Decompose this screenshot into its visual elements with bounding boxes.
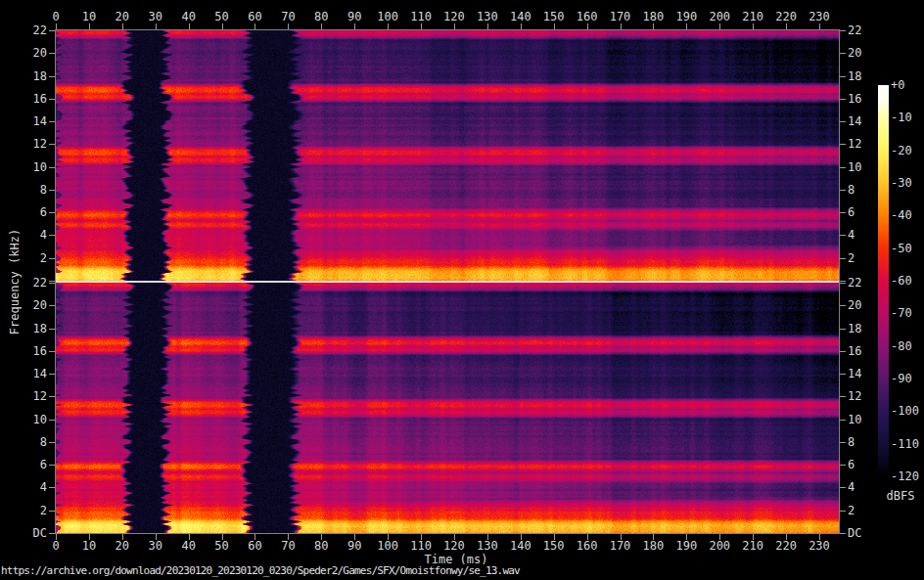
tick-mark [454, 23, 455, 29]
freq-tick-label: 6 [0, 459, 47, 471]
time-tick-label: 20 [116, 11, 129, 23]
tick-mark [222, 534, 223, 540]
tick-mark [840, 305, 846, 306]
time-tick-label: 20 [116, 540, 129, 553]
tick-mark [653, 23, 654, 29]
freq-tick-label: 18 [0, 69, 47, 82]
tick-mark [49, 329, 55, 330]
tick-mark [840, 30, 846, 31]
tick-mark [421, 23, 422, 29]
tick-mark [288, 534, 289, 540]
time-tick-label: 200 [709, 11, 730, 23]
time-tick-label: 50 [214, 11, 228, 23]
tick-mark [786, 534, 787, 540]
time-tick-label: 160 [577, 540, 598, 553]
tick-mark [354, 23, 355, 29]
tick-mark [840, 212, 846, 213]
spectrogram-canvas [56, 30, 839, 533]
tick-mark [840, 53, 846, 54]
time-tick-label: 110 [410, 11, 432, 23]
tick-mark [49, 281, 55, 282]
time-tick-label: 180 [643, 11, 665, 23]
colorbar-tick-label: -80 [891, 339, 912, 352]
tick-mark [354, 534, 355, 540]
colorbar-tick-label: -100 [891, 405, 919, 418]
time-tick-label: 100 [377, 11, 398, 23]
colorbar-gradient [878, 85, 889, 476]
source-url-text: https://archive.org/download/20230120_20… [1, 564, 520, 577]
freq-tick-label: 12 [0, 138, 47, 151]
tick-mark [321, 534, 322, 540]
colorbar-tick-label: -40 [891, 209, 912, 222]
tick-mark [156, 23, 157, 29]
freq-tick-label: 10 [848, 413, 861, 425]
freq-tick-label: 18 [848, 322, 861, 335]
tick-mark [288, 23, 289, 29]
time-tick-label: 150 [543, 11, 565, 23]
spectrogram-figure: Frequency (kHz) 010203040506070809010011… [0, 0, 924, 580]
tick-mark [786, 23, 787, 29]
tick-mark [49, 235, 55, 236]
time-tick-label: 210 [742, 540, 763, 553]
tick-mark [587, 534, 588, 540]
time-tick-label: 0 [52, 11, 59, 23]
time-tick-label: 110 [410, 540, 432, 553]
time-tick-label: 160 [577, 11, 598, 23]
freq-tick-label-dc: DC [848, 527, 861, 540]
freq-tick-label: 20 [848, 47, 861, 60]
freq-tick-label: 8 [0, 435, 47, 448]
time-tick-label: 70 [281, 540, 295, 553]
tick-mark [49, 121, 55, 122]
freq-tick-label: 4 [0, 481, 47, 494]
freq-tick-label: 14 [0, 368, 47, 380]
time-tick-label: 30 [149, 540, 162, 553]
freq-tick-label: 16 [0, 344, 47, 357]
tick-mark [49, 283, 55, 284]
tick-mark [686, 23, 687, 29]
time-tick-label: 140 [510, 11, 531, 23]
tick-mark [388, 23, 389, 29]
tick-mark [49, 351, 55, 352]
tick-mark [421, 534, 422, 540]
time-tick-label: 220 [775, 540, 797, 553]
colorbar-tick-label: -110 [891, 437, 919, 450]
time-tick-label: 100 [377, 540, 398, 553]
tick-mark [254, 23, 255, 29]
time-tick-label: 90 [347, 540, 361, 553]
tick-mark [621, 23, 622, 29]
freq-tick-label: 14 [848, 115, 861, 128]
time-tick-label: 130 [477, 540, 498, 553]
freq-tick-label: 20 [0, 47, 47, 60]
time-tick-label: 40 [181, 11, 195, 23]
freq-tick-label: 8 [0, 183, 47, 196]
time-tick-label: 0 [52, 540, 59, 553]
freq-tick-label: 2 [848, 504, 855, 516]
freq-tick-label: 4 [0, 229, 47, 242]
freq-tick-label: 18 [848, 69, 861, 82]
time-tick-label: 40 [181, 540, 195, 553]
tick-mark [840, 442, 846, 443]
tick-mark [189, 534, 190, 540]
time-tick-label: 180 [643, 540, 665, 553]
time-tick-label: 200 [709, 540, 730, 553]
colorbar-tick-label: -30 [891, 177, 912, 190]
freq-tick-label: 6 [848, 206, 855, 219]
tick-mark [840, 258, 846, 259]
tick-mark [49, 487, 55, 488]
tick-mark [189, 23, 190, 29]
freq-tick-label: 12 [0, 390, 47, 403]
freq-tick-label: 8 [848, 183, 855, 196]
tick-mark [819, 23, 820, 29]
tick-mark [840, 144, 846, 145]
freq-tick-label: 22 [0, 277, 47, 290]
freq-tick-label: 18 [0, 322, 47, 335]
tick-mark [840, 533, 846, 534]
colorbar-tick-label: -70 [891, 307, 912, 320]
time-tick-label: 230 [808, 540, 830, 553]
tick-mark [840, 121, 846, 122]
tick-mark [840, 76, 846, 77]
freq-tick-label: 2 [848, 251, 855, 264]
time-tick-label: 50 [214, 540, 228, 553]
tick-mark [49, 144, 55, 145]
time-tick-label: 210 [742, 11, 763, 23]
